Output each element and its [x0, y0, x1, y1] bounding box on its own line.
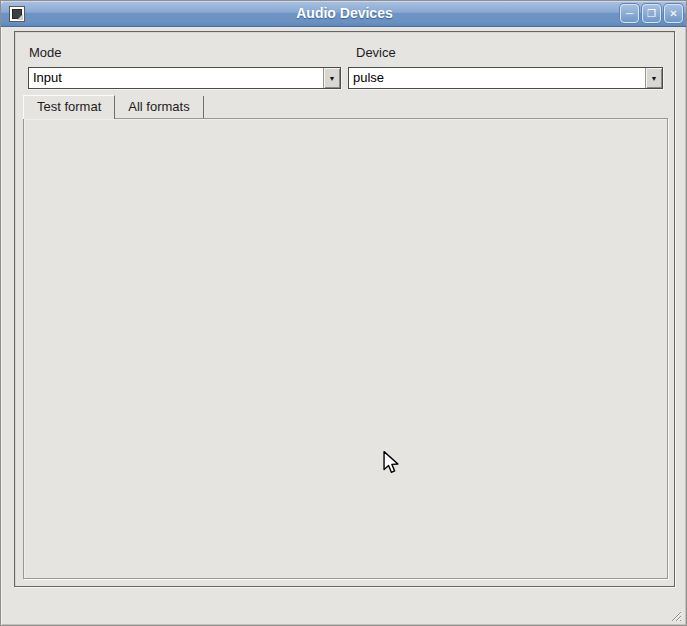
mode-dropdown-button[interactable]: ▼: [323, 68, 340, 88]
device-combobox[interactable]: pulse ▼: [348, 67, 663, 89]
maximize-icon: ❐: [647, 8, 656, 19]
device-combobox-value: pulse: [349, 68, 645, 88]
audio-devices-window: Audio Devices ─ ❐ ✕ Mode Device Input ▼ …: [0, 0, 687, 626]
tab-pane: [23, 118, 668, 579]
minimize-icon: ─: [626, 8, 633, 19]
device-dropdown-button[interactable]: ▼: [645, 68, 662, 88]
window-title: Audio Devices: [1, 1, 687, 27]
maximize-button[interactable]: ❐: [642, 4, 661, 23]
close-button[interactable]: ✕: [664, 4, 683, 23]
tab-all-formats[interactable]: All formats: [115, 96, 203, 119]
chevron-down-icon: ▼: [329, 75, 336, 82]
mode-combobox-value: Input: [29, 68, 323, 88]
resize-grip-icon[interactable]: [669, 608, 682, 621]
mouse-cursor-icon: [381, 451, 401, 479]
mode-combobox[interactable]: Input ▼: [28, 67, 341, 89]
device-label: Device: [356, 45, 396, 60]
tab-test-format[interactable]: Test format: [23, 95, 115, 119]
close-icon: ✕: [669, 8, 677, 19]
minimize-button[interactable]: ─: [620, 4, 639, 23]
titlebar: Audio Devices ─ ❐ ✕: [1, 1, 687, 27]
chevron-down-icon: ▼: [651, 75, 658, 82]
mode-label: Mode: [29, 45, 62, 60]
titlebar-buttons: ─ ❐ ✕: [620, 4, 683, 23]
format-tabbar: Test format All formats: [23, 95, 204, 119]
